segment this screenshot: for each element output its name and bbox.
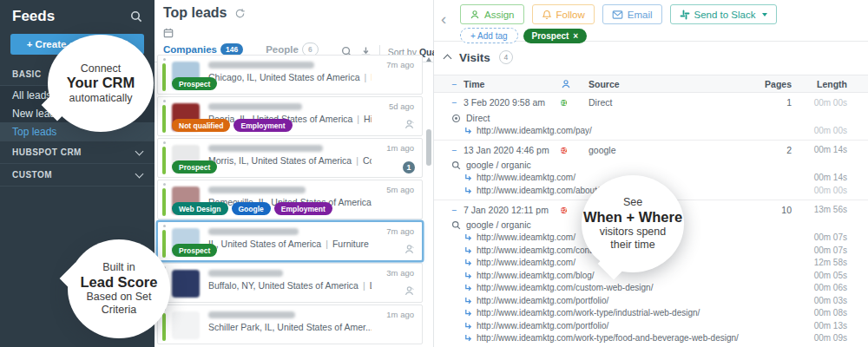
- scroll-thumb[interactable]: [426, 129, 431, 166]
- company-industry: Higher Education: [364, 114, 372, 124]
- tag-web-design: Web Design: [172, 202, 228, 215]
- company-location: Schiller Park, IL, United States of Amer…: [208, 322, 372, 332]
- company-industry: Computer Software: [363, 155, 372, 166]
- branch-arrow-icon: [464, 309, 472, 317]
- company-logo: [172, 270, 200, 298]
- email-button[interactable]: Email: [602, 4, 662, 24]
- visited-url-row[interactable]: http://www.ideamktg.com/custom-web-desig…: [451, 282, 847, 295]
- chevron-down-icon: [135, 147, 144, 155]
- company-card[interactable]: IL, United States of America|Furniture P…: [157, 221, 423, 261]
- assignee-icon: [404, 119, 415, 130]
- company-industry: Law Practice: [370, 280, 372, 291]
- company-card[interactable]: Buffalo, NY, United States of America|La…: [157, 263, 423, 303]
- url-length: 00m 07s: [792, 246, 847, 255]
- envelope-icon: [612, 10, 623, 20]
- col-pages: Pages: [745, 79, 792, 89]
- tag-list: Prospect: [172, 77, 217, 90]
- branch-arrow-icon: [464, 127, 472, 134]
- company-name-redacted: [208, 270, 283, 277]
- branch-arrow-icon: [464, 259, 472, 266]
- feeds-title: Feeds: [12, 8, 55, 25]
- company-card[interactable]: Morris, IL, United States of America|Com…: [157, 138, 423, 178]
- last-visit-time: 1m ago: [386, 143, 414, 153]
- callout-when-where: SeeWhen + Wherevisitors spendtheir time: [582, 175, 684, 272]
- company-name-redacted: [208, 311, 295, 318]
- source-group-label: google / organic: [466, 219, 531, 230]
- sidebar-section-hubspot-crm[interactable]: HUBSPOT CRM: [0, 141, 155, 164]
- col-length: Length: [792, 79, 847, 89]
- page-title: Top leads: [163, 5, 227, 21]
- last-visit-time: 1m ago: [386, 310, 414, 319]
- assign-button[interactable]: Assign: [460, 4, 524, 24]
- add-tag-button[interactable]: + Add tag: [460, 28, 518, 43]
- visited-url: http://www.ideamktg.com/portfolio/: [477, 321, 792, 331]
- visited-url-row[interactable]: http://www.ideamktg.com/blog/ 00m 05s: [451, 269, 847, 282]
- branch-arrow-icon: [464, 297, 472, 304]
- visited-url: http://www.ideamktg.com/work-type/food-a…: [477, 333, 792, 343]
- lead-score-bar: [162, 183, 166, 216]
- last-visit-time: 7m ago: [386, 60, 414, 69]
- calendar-icon[interactable]: [163, 28, 174, 38]
- tag-prospect: Prospect: [172, 244, 217, 257]
- remove-tag-icon[interactable]: ×: [573, 31, 578, 41]
- refresh-icon[interactable]: [234, 8, 246, 19]
- tag-prospect: Prospect: [172, 160, 217, 174]
- visited-url: http://www.ideamktg.com/work-type/indust…: [477, 308, 792, 318]
- visit-pages: 2: [745, 145, 792, 155]
- company-card[interactable]: Romeoville, IL, United States of America…: [157, 180, 423, 219]
- visitor-number-badge: #1: [561, 100, 567, 106]
- collapse-icon[interactable]: −: [451, 205, 464, 215]
- scrollbar[interactable]: [425, 56, 432, 347]
- collapse-all-icon[interactable]: −: [451, 79, 464, 89]
- url-length: 00m 00s: [792, 186, 847, 195]
- visitor-number-badge: #2: [561, 147, 567, 154]
- company-card[interactable]: Schiller Park, IL, United States of Amer…: [157, 304, 423, 344]
- tag-prospect: Prospect: [172, 77, 217, 90]
- follow-button[interactable]: Follow: [532, 4, 595, 24]
- visited-url-row[interactable]: http://www.ideamktg.com/portfolio/ 00m 0…: [451, 294, 847, 307]
- visitor-icon: [561, 78, 589, 89]
- tag-prospect[interactable]: Prospect ×: [523, 29, 588, 43]
- scroll-up-icon[interactable]: [426, 57, 431, 62]
- collapse-chevron-icon[interactable]: [444, 55, 452, 63]
- visit-length: 00m 00s: [792, 98, 847, 108]
- url-length: 00m 05s: [792, 271, 847, 280]
- send-to-slack-button[interactable]: Send to Slack: [670, 4, 777, 24]
- lead-score-bar: [162, 141, 166, 174]
- company-card[interactable]: Chicago, IL, United States of America|Ed…: [157, 55, 423, 95]
- visited-url-row[interactable]: http://www.ideamktg.com/portfolio/ 00m 1…: [451, 319, 847, 332]
- lead-score-bar: [162, 58, 166, 91]
- url-length: 00m 08s: [792, 308, 847, 318]
- branch-arrow-icon: [464, 246, 472, 254]
- company-name-redacted: [208, 62, 314, 69]
- slack-icon: [680, 10, 690, 20]
- source-detail-row: Direct: [451, 111, 847, 124]
- visited-url-row[interactable]: http://www.ideamktg.com/pay/ 00m 00s: [451, 124, 847, 137]
- visited-url: http://www.ideamktg.com/pay/: [477, 126, 792, 135]
- url-length: 12m 58s: [792, 258, 847, 267]
- sidebar-section-custom[interactable]: CUSTOM: [0, 164, 155, 187]
- source-group-label: Direct: [466, 113, 490, 123]
- chevron-down-icon: [135, 169, 144, 178]
- visit-row[interactable]: − 13 Jan 2020 4:46 pm #2 google 2 00m 14…: [451, 141, 847, 159]
- detail-toolbar: ‹ Assign Follow Email Send to Slack: [434, 0, 868, 42]
- visits-table-header: − Time Source Pages Length: [434, 75, 868, 93]
- tag-list: Prospect: [172, 244, 217, 257]
- back-chevron-icon[interactable]: ‹: [441, 10, 446, 27]
- collapse-icon[interactable]: −: [451, 145, 464, 155]
- branch-arrow-icon: [464, 174, 472, 181]
- collapse-icon[interactable]: −: [451, 97, 464, 108]
- visit-group: − 3 Feb 2020 9:58 am #1 Direct 1 00m 00s…: [434, 93, 868, 141]
- assignee-icon: [404, 285, 415, 297]
- lead-score-bar: [162, 100, 166, 133]
- search-icon[interactable]: [130, 10, 142, 23]
- visit-row[interactable]: − 3 Feb 2020 9:58 am #1 Direct 1 00m 00s: [451, 94, 847, 111]
- last-visit-time: 7m ago: [386, 226, 414, 236]
- bell-icon: [542, 10, 552, 20]
- company-card[interactable]: Peoria, IL, United States of America|Hig…: [157, 96, 423, 136]
- branch-arrow-icon: [464, 233, 472, 241]
- visited-url-row[interactable]: http://www.ideamktg.com/work-type/indust…: [451, 307, 847, 320]
- company-logo: [172, 311, 200, 339]
- col-time: Time: [464, 79, 561, 89]
- visited-url-row[interactable]: http://www.ideamktg.com/work-type/food-a…: [451, 332, 847, 345]
